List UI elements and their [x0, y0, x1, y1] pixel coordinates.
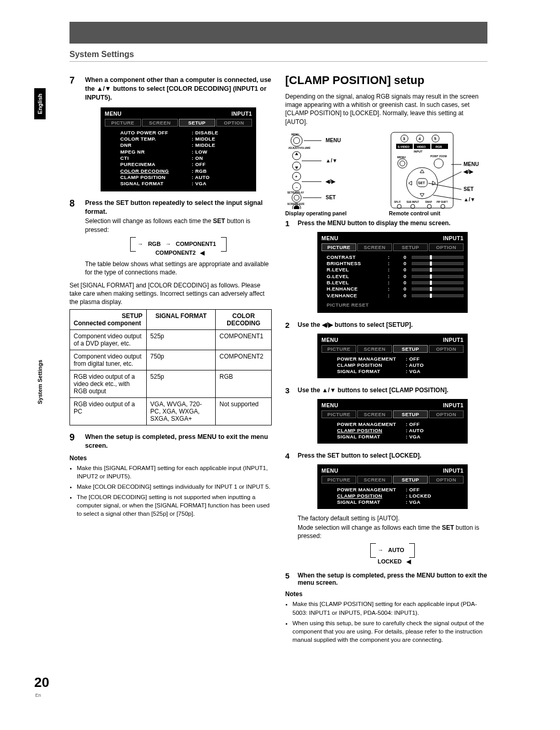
svg-text:5: 5: [434, 136, 437, 141]
flow-rgb-comp: → RGB → COMPONENT1 COMPONENT2 ◀: [85, 237, 272, 257]
notes-title-left: Notes: [69, 454, 272, 462]
op-label-set: SET: [326, 195, 335, 200]
svg-text:VIDEO: VIDEO: [417, 145, 426, 148]
note-item: Make this [CLAMP POSITION] setting for e…: [292, 600, 487, 616]
page-number-sub: En: [35, 693, 41, 698]
r-step-4: 4 Press the SET button to select [LOCKED…: [285, 452, 487, 569]
op-label-menu: MENU: [326, 137, 341, 143]
svg-text:3: 3: [403, 136, 405, 141]
right-title: [CLAMP POSITION] setup: [285, 74, 487, 87]
step-7-head: When a component other than a computer i…: [85, 76, 272, 102]
svg-text:POINT ZOOM: POINT ZOOM: [430, 155, 447, 158]
svg-text:MENU: MENU: [291, 133, 299, 136]
osd-r1: MENUINPUT1 PICTURE SCREEN SETUP OPTION C…: [317, 232, 468, 313]
svg-text:RGB: RGB: [436, 145, 442, 148]
panel2-caption: Remote control unit: [389, 210, 487, 216]
r-step-5: 5 When the setup is completed, press the…: [285, 572, 487, 586]
op-label-ud: ▲/▼: [326, 158, 338, 163]
notes-right: Make this [CLAMP POSITION] setting for e…: [285, 600, 487, 643]
osd-tab-option: OPTION: [216, 119, 253, 127]
notes-left: Make this [SIGNAL FORAMT] setting for ea…: [69, 464, 272, 518]
svg-point-16: [294, 205, 299, 209]
right-column: [CLAMP POSITION] setup Depending on the …: [285, 74, 487, 646]
osd-title: MENU: [105, 111, 122, 117]
note-item: When using this setup, be sure to carefu…: [292, 619, 487, 644]
step-9-head: When the setup is completed, press MENU …: [85, 433, 272, 450]
flow-auto-locked: → AUTO LOCKED ◀: [298, 543, 487, 566]
panel1-caption: Display operating panel: [285, 210, 383, 216]
svg-text:S-VIDEO: S-VIDEO: [398, 145, 410, 148]
rc-label-ud: ▲/▼: [464, 197, 475, 202]
masthead-bar: [69, 22, 487, 44]
svg-text:MENU: MENU: [397, 156, 405, 159]
r-step-1: 1 Press the MENU button to display the m…: [285, 219, 487, 318]
osd-rows: AUTO POWER OFF: DISABLE COLOR TEMP.: MID…: [105, 130, 252, 187]
section-rule: [69, 61, 487, 62]
rc-label-set: SET: [464, 186, 473, 192]
page-number: 20: [34, 674, 49, 691]
osd-tab-picture: PICTURE: [105, 119, 141, 127]
step-number: 9: [69, 433, 79, 450]
svg-text:SWAP: SWAP: [425, 201, 432, 203]
step-8-para1: The table below shows what settings are …: [85, 260, 272, 277]
step-number: 7: [69, 76, 79, 197]
operating-panel-diagram: MENU ADJUST/VOLUME + – SET/DISPLAY SCREE…: [285, 131, 368, 209]
remote-diagram: 3 4 5 S-VIDEO VIDEO RGB INPUT MENU POINT…: [389, 131, 487, 209]
osd-r4: MENUINPUT1 PICTURE SCREEN SETUP OPTION P…: [317, 464, 468, 509]
note-item: Make this [SIGNAL FORAMT] setting for ea…: [77, 464, 272, 480]
r-step-3: 3 Use the ▲/▼ buttons to select [CLAMP P…: [285, 387, 487, 449]
notes-title-right: Notes: [285, 590, 487, 598]
step-7: 7 When a component other than a computer…: [69, 76, 272, 197]
svg-text:+: +: [295, 174, 298, 179]
op-label-lr: ◀/▶: [326, 178, 335, 184]
osd-step7: MENU INPUT1 PICTURE SCREEN SETUP OPTION …: [101, 107, 256, 191]
osd-r2: MENUINPUT1 PICTURE SCREEN SETUP OPTION P…: [317, 334, 468, 378]
left-column: 7 When a component other than a computer…: [69, 74, 272, 520]
svg-text:–: –: [296, 185, 298, 189]
osd-r3: MENUINPUT1 PICTURE SCREEN SETUP OPTION P…: [317, 399, 468, 444]
step-9: 9 When the setup is completed, press MEN…: [69, 433, 272, 450]
svg-text:PIP SHIFT: PIP SHIFT: [437, 201, 448, 203]
rc-label-lr: ◀/▶: [464, 169, 473, 174]
svg-text:SPLIT: SPLIT: [394, 201, 401, 203]
note-item: The [COLOR DECODING] setting is not supp…: [77, 493, 272, 518]
section-title: System Settings: [69, 50, 134, 59]
osd-input: INPUT1: [231, 111, 252, 117]
svg-text:SET: SET: [418, 181, 425, 185]
step-8-para2: Set [SIGNAL FORMAT] and [COLOR DECODING]…: [69, 281, 272, 307]
right-intro: Depending on the signal, analog RGB sign…: [285, 92, 487, 126]
setup-table: SETUP Connected component SIGNAL FORMAT …: [69, 309, 272, 425]
side-tab-english: English: [34, 88, 46, 119]
step-8-text: Selection will change as follows each ti…: [85, 217, 272, 233]
svg-text:ADJUST/VOLUME: ADJUST/VOLUME: [288, 146, 311, 149]
svg-text:SUB INPUT: SUB INPUT: [407, 201, 419, 203]
r-step-2: 2 Use the ◀/▶ buttons to select [SETUP].…: [285, 321, 487, 383]
osd-tab-screen: SCREEN: [142, 119, 178, 127]
step-number: 8: [69, 199, 79, 277]
svg-text:INPUT: INPUT: [414, 150, 423, 153]
svg-text:SET/DISPLAY: SET/DISPLAY: [287, 191, 304, 194]
step-8-head: Press the SET button repeatedly to selec…: [85, 199, 272, 216]
side-tab-systems: System Settings: [34, 356, 46, 408]
rc-label-menu: MENU: [464, 161, 479, 167]
step-8: 8 Press the SET button repeatedly to sel…: [69, 199, 272, 277]
svg-text:4: 4: [418, 136, 421, 141]
note-item: Make [COLOR DECODING] settings individua…: [77, 483, 272, 491]
osd-tab-setup: SETUP: [179, 119, 215, 127]
